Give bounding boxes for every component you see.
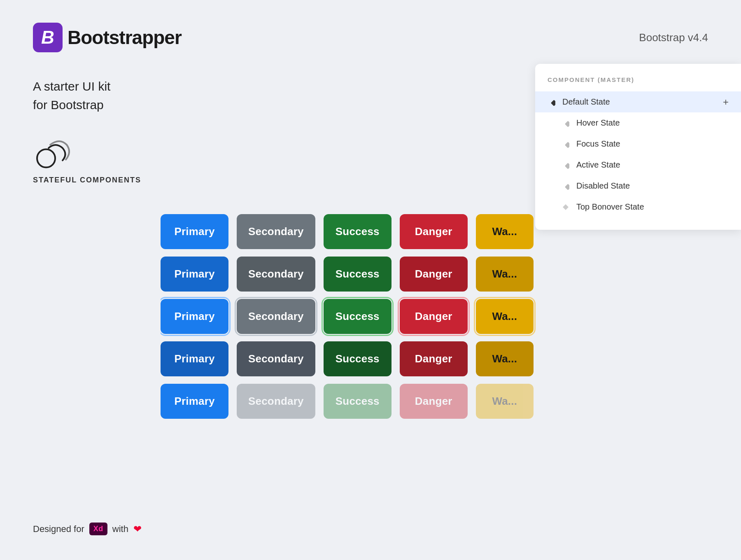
footer-text: Designed for xyxy=(33,524,84,534)
diamond-icon-topbonover xyxy=(562,203,570,211)
btn-warning-active[interactable]: Wa... xyxy=(476,341,534,376)
panel-item-topbonover-label: Top Bonover State xyxy=(576,202,644,212)
btn-secondary-focus[interactable]: Secondary xyxy=(237,299,315,334)
svg-rect-2 xyxy=(565,121,569,127)
btn-primary-default[interactable]: Primary xyxy=(161,214,228,249)
stateful-components-icon xyxy=(33,139,70,172)
btn-danger-hover[interactable]: Danger xyxy=(400,257,468,292)
btn-danger-disabled-partial[interactable]: Danger xyxy=(400,384,468,419)
panel-item-focus-label: Focus State xyxy=(576,139,620,149)
panel-item-focus[interactable]: Focus State xyxy=(535,133,741,154)
btn-success-disabled-partial[interactable]: Success xyxy=(324,384,391,419)
panel-item-hover[interactable]: Hover State xyxy=(535,112,741,133)
diamond-icon-disabled xyxy=(562,182,570,190)
btn-danger-focus[interactable]: Danger xyxy=(400,299,468,334)
btn-primary-hover[interactable]: Primary xyxy=(161,257,228,292)
plus-icon[interactable]: + xyxy=(723,96,729,108)
panel-item-active-label: Active State xyxy=(576,160,620,170)
btn-warning-disabled-partial[interactable]: Wa... xyxy=(476,384,534,419)
diamond-icon-default xyxy=(548,98,556,106)
btn-primary-disabled-partial[interactable]: Primary xyxy=(161,384,228,419)
btn-secondary-default[interactable]: Secondary xyxy=(237,214,315,249)
diamond-icon-hover xyxy=(562,119,570,127)
footer: Designed for Xd with ❤ xyxy=(33,523,142,535)
diamond-icon-focus xyxy=(562,140,570,148)
logo-icon: B xyxy=(33,23,63,52)
btn-danger-active[interactable]: Danger xyxy=(400,341,468,376)
panel-item-disabled-label: Disabled State xyxy=(576,181,630,191)
svg-rect-1 xyxy=(551,100,555,106)
btn-secondary-hover[interactable]: Secondary xyxy=(237,257,315,292)
footer-with: with xyxy=(112,524,128,534)
panel-item-disabled[interactable]: Disabled State xyxy=(535,175,741,196)
logo-area: B Bootstrapper xyxy=(33,23,182,52)
panel-item-active[interactable]: Active State xyxy=(535,154,741,175)
header: B Bootstrapper Bootstrap v4.4 xyxy=(0,0,741,69)
btn-success-active[interactable]: Success xyxy=(324,341,391,376)
panel-item-default-label: Default State xyxy=(562,97,610,107)
svg-point-0 xyxy=(37,149,55,168)
button-row-default: Primary Secondary Success Danger Wa... xyxy=(161,214,741,249)
buttons-area: Primary Secondary Success Danger Wa... P… xyxy=(161,214,741,426)
panel-item-hover-label: Hover State xyxy=(576,118,620,128)
btn-primary-active[interactable]: Primary xyxy=(161,341,228,376)
svg-rect-3 xyxy=(565,142,569,148)
diamond-icon-active xyxy=(562,161,570,169)
panel-item-default[interactable]: Default State + xyxy=(535,91,741,112)
button-row-focus: Primary Secondary Success Danger Wa... xyxy=(161,299,741,334)
svg-marker-6 xyxy=(563,204,569,210)
btn-primary-focus[interactable]: Primary xyxy=(161,299,228,334)
btn-secondary-disabled-partial[interactable]: Secondary xyxy=(237,384,315,419)
panel-title: COMPONENT (MASTER) xyxy=(535,76,741,91)
button-row-disabled: Primary Secondary Success Danger Wa... xyxy=(161,384,741,419)
btn-warning-default[interactable]: Wa... xyxy=(476,214,534,249)
component-panel: COMPONENT (MASTER) Default State + Hover… xyxy=(535,64,741,230)
logo-text: Bootstrapper xyxy=(68,26,182,49)
xd-badge: Xd xyxy=(89,523,107,535)
btn-warning-focus[interactable]: Wa... xyxy=(476,299,534,334)
stateful-icon: STATEFUL COMPONENTS xyxy=(33,139,141,184)
version-label: Bootstrap v4.4 xyxy=(639,31,708,44)
svg-rect-5 xyxy=(565,184,569,190)
btn-danger-default[interactable]: Danger xyxy=(400,214,468,249)
btn-secondary-active[interactable]: Secondary xyxy=(237,341,315,376)
stateful-label: STATEFUL COMPONENTS xyxy=(33,176,141,184)
svg-rect-4 xyxy=(565,163,569,169)
btn-warning-hover[interactable]: Wa... xyxy=(476,257,534,292)
btn-success-default[interactable]: Success xyxy=(324,214,391,249)
button-row-active: Primary Secondary Success Danger Wa... xyxy=(161,341,741,376)
button-row-hover: Primary Secondary Success Danger Wa... xyxy=(161,257,741,292)
btn-success-focus[interactable]: Success xyxy=(324,299,391,334)
heart-icon: ❤ xyxy=(133,523,142,535)
btn-success-hover[interactable]: Success xyxy=(324,257,391,292)
